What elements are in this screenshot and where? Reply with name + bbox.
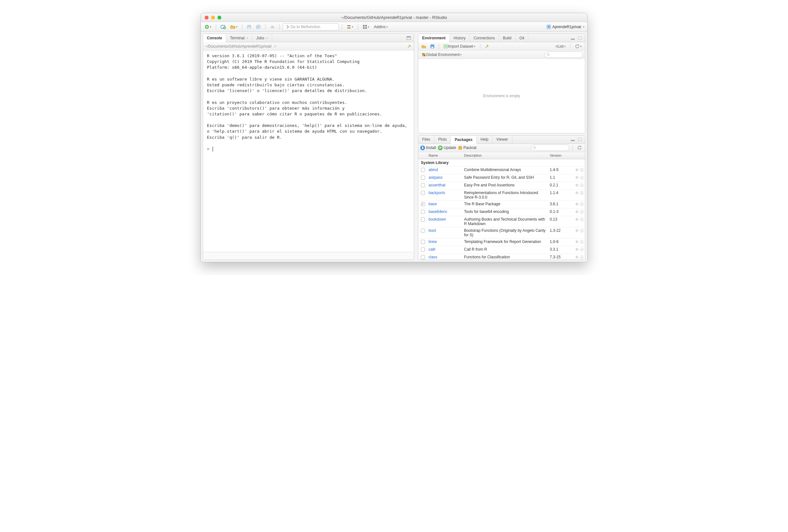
package-desc: Combine Multidimensional Arrays xyxy=(464,168,550,172)
close-icon[interactable]: × xyxy=(246,36,248,40)
tab-files[interactable]: Files xyxy=(418,136,434,143)
web-icon[interactable]: ⊕ xyxy=(575,255,578,260)
tab-terminal[interactable]: Terminal× xyxy=(226,34,252,42)
project-menu[interactable]: R AprendeR1privat ▾ xyxy=(547,25,585,29)
remove-icon[interactable]: ⓧ xyxy=(580,191,584,196)
package-checkbox[interactable] xyxy=(421,210,425,214)
global-env-menu[interactable]: Global Environment▾ xyxy=(420,52,463,58)
console-output[interactable]: R version 3.6.1 (2019-07-05) -- "Action … xyxy=(203,51,414,252)
package-name-link[interactable]: class xyxy=(429,255,437,259)
arrow-icon[interactable]: ⇗ xyxy=(273,44,277,48)
packrat-button[interactable]: Packrat xyxy=(458,145,476,150)
print-button[interactable] xyxy=(269,24,276,30)
addins-menu[interactable]: Addins ▾ xyxy=(373,24,389,30)
load-workspace-button[interactable] xyxy=(420,44,427,49)
maximize-pane-icon[interactable] xyxy=(406,36,411,41)
package-checkbox[interactable] xyxy=(421,168,425,172)
col-desc[interactable]: Description xyxy=(464,154,550,157)
open-file-button[interactable]: ▾ xyxy=(229,24,239,30)
maximize-pane-icon[interactable] xyxy=(577,36,583,41)
package-checkbox[interactable] xyxy=(421,183,425,188)
pkg-search-input[interactable] xyxy=(531,144,569,151)
tab-help[interactable]: Help xyxy=(476,136,492,143)
package-name-link[interactable]: backports xyxy=(429,191,445,195)
tab-jobs[interactable]: Jobs× xyxy=(252,34,272,42)
list-view-menu[interactable]: ≡ List▾ xyxy=(554,43,567,49)
save-workspace-button[interactable] xyxy=(429,44,436,49)
save-button[interactable] xyxy=(245,24,253,30)
col-version[interactable]: Version xyxy=(550,154,573,157)
tools-button[interactable]: ▾ xyxy=(346,24,355,30)
package-checkbox[interactable] xyxy=(421,240,425,244)
tab-console[interactable]: Console xyxy=(203,34,226,42)
remove-icon[interactable]: ⓧ xyxy=(580,255,584,260)
web-icon[interactable]: ⊕ xyxy=(575,183,578,188)
package-checkbox[interactable]: ✓ xyxy=(421,202,425,206)
col-name[interactable]: Name xyxy=(427,154,464,157)
pkg-column-headers: Name Description Version xyxy=(418,152,585,159)
goto-file-input[interactable]: Go to file/function xyxy=(283,23,339,31)
web-icon[interactable]: ⊕ xyxy=(575,191,578,196)
package-name-link[interactable]: base xyxy=(429,202,437,206)
remove-icon[interactable]: ⓧ xyxy=(580,239,584,245)
tab-environment[interactable]: Environment xyxy=(418,34,450,42)
tab-plots[interactable]: Plots xyxy=(434,136,451,143)
remove-icon[interactable]: ⓧ xyxy=(580,168,584,173)
package-name-link[interactable]: askpass xyxy=(429,175,442,180)
tab-build[interactable]: Build xyxy=(499,34,515,42)
remove-icon[interactable]: ⓧ xyxy=(580,183,584,188)
remove-icon[interactable]: ⓧ xyxy=(580,228,584,234)
package-list[interactable]: System Library abindCombine Multidimensi… xyxy=(418,159,585,260)
web-icon[interactable]: ⊕ xyxy=(575,175,578,181)
install-button[interactable]: ⬇Install xyxy=(420,145,436,150)
package-name-link[interactable]: boot xyxy=(429,228,436,233)
remove-icon[interactable]: ⓧ xyxy=(580,217,584,222)
remove-icon[interactable]: ⓧ xyxy=(580,210,584,215)
package-name-link[interactable]: base64enc xyxy=(429,210,448,214)
package-name-link[interactable]: brew xyxy=(429,239,437,244)
tab-connections[interactable]: Connections xyxy=(470,34,499,42)
tab-git[interactable]: Git xyxy=(515,34,528,42)
clear-console-icon[interactable] xyxy=(407,44,412,49)
new-file-button[interactable]: ▾ xyxy=(203,24,213,30)
tab-packages[interactable]: Packages xyxy=(451,136,476,144)
minimize-pane-icon[interactable] xyxy=(570,137,575,142)
package-name-link[interactable]: bookdown xyxy=(429,217,446,221)
remove-icon[interactable]: ⓧ xyxy=(580,175,584,181)
web-icon[interactable]: ⊕ xyxy=(575,202,578,207)
web-icon[interactable]: ⊕ xyxy=(575,168,578,173)
web-icon[interactable]: ⊕ xyxy=(575,239,578,245)
grid-button[interactable]: ▾ xyxy=(361,24,371,30)
remove-icon[interactable]: ⓧ xyxy=(580,247,584,253)
working-dir[interactable]: ~/Documents/GitHub/AprendeR1privat/ xyxy=(205,44,272,48)
update-button[interactable]: ⟳Update xyxy=(438,145,456,150)
package-checkbox[interactable] xyxy=(421,217,425,221)
package-checkbox[interactable] xyxy=(421,176,425,180)
package-checkbox[interactable] xyxy=(421,248,425,252)
web-icon[interactable]: ⊕ xyxy=(575,247,578,253)
web-icon[interactable]: ⊕ xyxy=(575,217,578,222)
package-checkbox[interactable] xyxy=(421,229,425,233)
maximize-pane-icon[interactable] xyxy=(577,137,583,142)
package-name-link[interactable]: assertthat xyxy=(429,183,446,188)
web-icon[interactable]: ⊕ xyxy=(575,210,578,215)
save-all-button[interactable] xyxy=(255,24,262,30)
minimize-pane-icon[interactable] xyxy=(570,36,575,41)
refresh-env-button[interactable]: ▾ xyxy=(574,43,583,49)
clear-env-button[interactable] xyxy=(484,43,491,49)
remove-icon[interactable]: ⓧ xyxy=(580,202,584,207)
refresh-pkg-button[interactable] xyxy=(576,145,583,151)
new-project-button[interactable] xyxy=(219,24,227,30)
import-dataset-menu[interactable]: Import Dataset▾ xyxy=(442,43,477,49)
close-icon[interactable]: × xyxy=(266,36,268,40)
env-search-input[interactable] xyxy=(545,52,583,58)
package-checkbox[interactable] xyxy=(421,191,425,195)
package-name-link[interactable]: callr xyxy=(429,247,436,252)
package-name-link[interactable]: abind xyxy=(429,168,438,172)
tab-history[interactable]: History xyxy=(450,34,470,42)
web-icon[interactable]: ⊕ xyxy=(575,228,578,234)
package-checkbox[interactable] xyxy=(421,255,425,259)
main-toolbar: ▾ ▾ Go to file/function ▾ xyxy=(201,22,587,32)
tab-viewer[interactable]: Viewer xyxy=(492,136,512,143)
package-row: callrCall R from R3.3.1⊕ⓧ xyxy=(418,246,585,254)
